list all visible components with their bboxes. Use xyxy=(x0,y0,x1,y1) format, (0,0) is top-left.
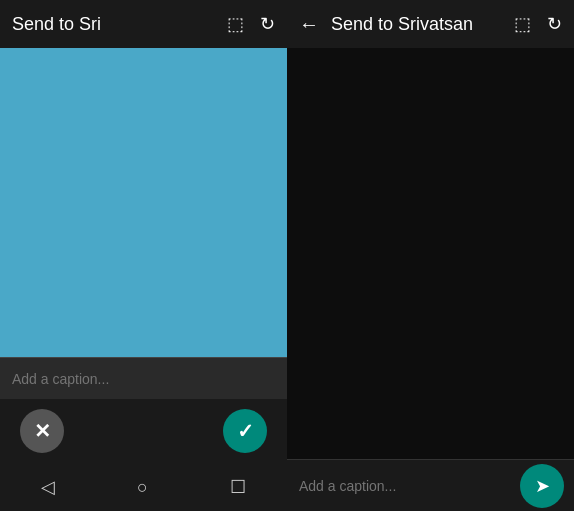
caption-bar-left xyxy=(0,357,287,399)
chat-area xyxy=(287,48,574,459)
confirm-button[interactable]: ✓ xyxy=(223,409,267,453)
bottom-action-bar: ✕ ✓ xyxy=(0,399,287,463)
recent-nav-icon[interactable]: ☐ xyxy=(230,476,246,498)
left-panel: Send to Sri ⬚ ↻ ✕ ✓ ◁ ○ ☐ xyxy=(0,0,287,511)
refresh-icon-right[interactable]: ↻ xyxy=(547,13,562,35)
caption-bar-right: ➤ xyxy=(287,459,574,511)
right-panel: ← Send to Srivatsan ⬚ ↻ ➤ xyxy=(287,0,574,511)
left-title: Send to Sri xyxy=(12,14,101,35)
crop-icon-right[interactable]: ⬚ xyxy=(514,13,531,35)
cancel-button[interactable]: ✕ xyxy=(20,409,64,453)
image-preview-left xyxy=(0,48,287,357)
right-header-icons: ⬚ ↻ xyxy=(514,13,562,35)
home-nav-icon[interactable]: ○ xyxy=(137,477,148,498)
back-icon-right[interactable]: ← xyxy=(299,13,319,36)
refresh-icon-left[interactable]: ↻ xyxy=(260,13,275,35)
caption-input-left[interactable] xyxy=(12,371,275,387)
send-icon: ➤ xyxy=(535,475,550,497)
crop-icon-left[interactable]: ⬚ xyxy=(227,13,244,35)
right-header: ← Send to Srivatsan ⬚ ↻ xyxy=(287,0,574,48)
nav-bar: ◁ ○ ☐ xyxy=(0,463,287,511)
right-title: Send to Srivatsan xyxy=(331,14,502,35)
left-header: Send to Sri ⬚ ↻ xyxy=(0,0,287,48)
left-header-icons: ⬚ ↻ xyxy=(227,13,275,35)
back-nav-icon[interactable]: ◁ xyxy=(41,476,55,498)
send-button[interactable]: ➤ xyxy=(520,464,564,508)
